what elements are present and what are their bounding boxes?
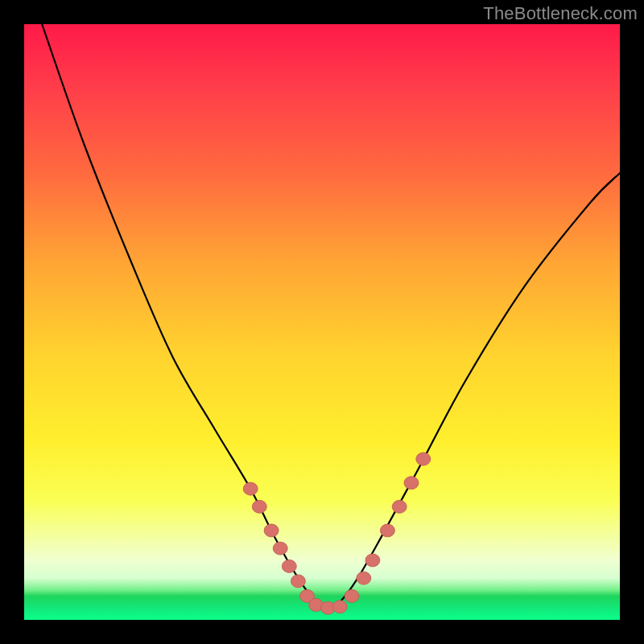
curve-marker — [252, 500, 266, 513]
chart-frame: TheBottleneck.com — [0, 0, 644, 644]
marker-group — [243, 452, 431, 614]
curve-marker — [264, 524, 279, 537]
curve-marker — [416, 452, 431, 465]
curve-marker — [365, 554, 380, 567]
curve-layer — [24, 24, 620, 620]
curve-marker — [380, 524, 394, 537]
curve-marker — [243, 482, 258, 495]
curve-marker — [404, 477, 419, 489]
plot-area — [24, 24, 620, 620]
curve-marker — [332, 601, 347, 613]
watermark-text: TheBottleneck.com — [483, 3, 638, 24]
curve-marker — [345, 589, 359, 602]
bottleneck-curve — [42, 24, 620, 608]
curve-marker — [392, 500, 407, 513]
curve-marker — [273, 542, 287, 555]
curve-marker — [291, 575, 305, 588]
curve-marker — [357, 572, 371, 584]
curve-marker — [282, 559, 296, 572]
